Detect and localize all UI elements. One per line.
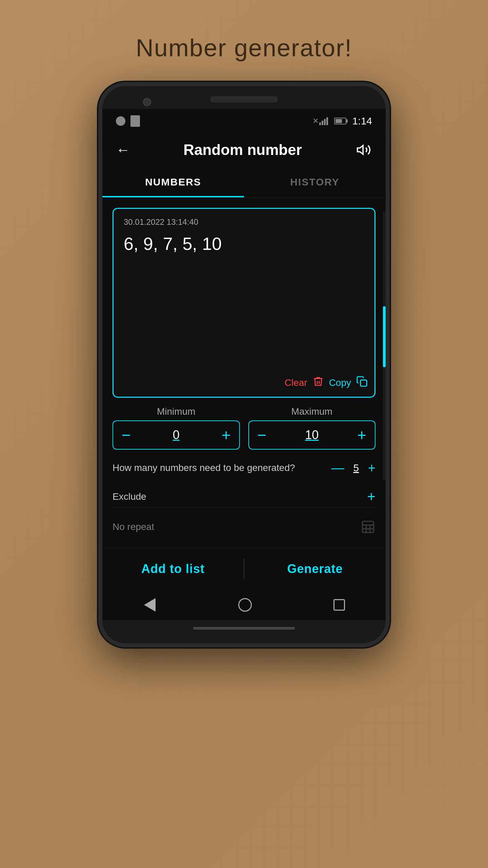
phone-top <box>102 86 386 109</box>
screen-title: Random number <box>183 141 302 158</box>
no-repeat-label: No repeat <box>113 521 154 532</box>
minmax-row: Minimum − 0 + Maximum − 10 + <box>113 406 375 450</box>
exclude-label: Exclude <box>113 491 146 502</box>
bottom-bar: Add to list Generate <box>102 548 386 590</box>
home-indicator <box>193 627 295 630</box>
svg-rect-1 <box>361 380 367 386</box>
exclude-row: Exclude + <box>113 486 375 508</box>
tab-numbers[interactable]: NUMBERS <box>102 167 244 197</box>
copy-button[interactable]: Copy <box>329 377 351 388</box>
trash-icon[interactable] <box>312 376 324 390</box>
status-sd-icon <box>130 115 140 127</box>
home-circle-icon <box>238 598 252 612</box>
status-time: 1:14 <box>352 115 372 127</box>
minimum-decrement-button[interactable]: − <box>122 427 131 443</box>
back-triangle-icon <box>144 598 156 612</box>
maximum-label: Maximum <box>248 406 376 417</box>
result-box: 30.01.2022 13:14:40 6, 9, 7, 5, 10 Clear… <box>113 208 375 398</box>
svg-rect-2 <box>363 521 374 533</box>
android-nav-bar <box>102 590 386 620</box>
result-timestamp: 30.01.2022 13:14:40 <box>124 217 364 227</box>
phone-frame: ✕ 1:14 ← Random number <box>98 82 390 647</box>
minimum-value: 0 <box>173 428 180 442</box>
copy-icon[interactable] <box>356 376 368 390</box>
count-row: How many numbers need to be generated? —… <box>113 458 375 478</box>
count-value: 5 <box>351 462 361 474</box>
battery-icon <box>334 118 346 124</box>
scroll-bar <box>383 211 386 480</box>
result-numbers: 6, 9, 7, 5, 10 <box>124 234 364 254</box>
minimum-label: Minimum <box>113 406 240 417</box>
partial-icon <box>361 519 375 534</box>
count-increment-button[interactable]: + <box>368 461 375 474</box>
svg-marker-0 <box>358 145 363 154</box>
maximum-stepper: − 10 + <box>248 420 376 450</box>
phone-bottom <box>102 620 386 643</box>
status-circle-icon <box>116 116 125 126</box>
generate-button[interactable]: Generate <box>244 548 386 590</box>
status-right: ✕ 1:14 <box>312 115 372 127</box>
clear-button[interactable]: Clear <box>285 377 307 388</box>
minimum-increment-button[interactable]: + <box>222 427 231 443</box>
add-to-list-button[interactable]: Add to list <box>102 548 244 590</box>
back-button[interactable]: ← <box>116 143 130 157</box>
nav-home-button[interactable] <box>238 598 252 612</box>
minimum-control: Minimum − 0 + <box>113 406 240 450</box>
exclude-add-button[interactable]: + <box>367 490 375 504</box>
nav-back-button[interactable] <box>143 599 157 611</box>
recents-square-icon <box>333 599 345 611</box>
count-decrement-button[interactable]: — <box>331 461 344 474</box>
minimum-stepper: − 0 + <box>113 420 240 450</box>
front-camera <box>143 98 151 106</box>
status-bar: ✕ 1:14 <box>102 109 386 133</box>
volume-icon <box>356 142 371 157</box>
partial-row: No repeat <box>113 516 375 538</box>
speaker-grille <box>210 96 278 102</box>
status-left <box>116 115 140 127</box>
maximum-decrement-button[interactable]: − <box>258 427 267 443</box>
scroll-thumb <box>383 306 386 367</box>
count-label: How many numbers need to be generated? <box>113 462 331 473</box>
maximum-value: 10 <box>305 428 319 442</box>
count-stepper: — 5 + <box>331 461 375 474</box>
page-title: Number generator! <box>136 34 352 62</box>
result-actions: Clear Copy <box>285 376 368 390</box>
tab-history[interactable]: HISTORY <box>244 167 386 197</box>
maximum-increment-button[interactable]: + <box>357 427 366 443</box>
app-header: ← Random number <box>102 133 386 167</box>
maximum-control: Maximum − 10 + <box>248 406 376 450</box>
tab-bar: NUMBERS HISTORY <box>102 167 386 198</box>
signal-icon: ✕ <box>312 117 328 125</box>
nav-recents-button[interactable] <box>333 599 345 611</box>
app-content: 30.01.2022 13:14:40 6, 9, 7, 5, 10 Clear… <box>102 198 386 548</box>
sound-button[interactable] <box>355 141 372 158</box>
